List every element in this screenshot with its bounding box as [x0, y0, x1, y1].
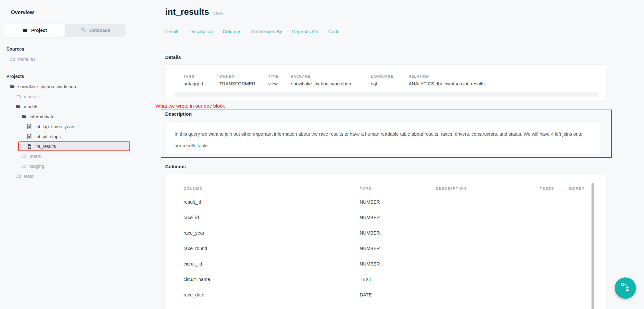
project-database-switcher: ProjectDatabase [4, 24, 126, 37]
materialization-badge: view [213, 10, 223, 16]
detail-field-label: LANGUAGE [371, 74, 409, 78]
sidebar: Overview ProjectDatabase Sources formula… [0, 0, 165, 309]
details-card: TAGSuntaggedOWNERTRANSFORMERTYPEviewPACK… [165, 64, 606, 101]
tree-item-label: intermediate [30, 114, 54, 119]
annotation-red-box: Description In this query we want to joi… [161, 110, 612, 158]
lineage-icon [620, 283, 630, 294]
column-name-cell: race_time [184, 308, 360, 309]
detail-field-language: LANGUAGEsql [371, 74, 409, 86]
column-name-cell: race_date [184, 292, 360, 297]
column-row-circuit-name[interactable]: circuit_nameTEXT [184, 272, 606, 287]
doc-icon [27, 124, 33, 129]
folder-open-icon [22, 27, 28, 33]
tree-item-models[interactable]: models [0, 101, 165, 111]
table-scrollbar-thumb[interactable] [592, 183, 594, 309]
source-item-formula1[interactable]: formula1 [0, 54, 165, 64]
column-type-cell: NUMBER [360, 261, 436, 266]
tree-item-label: macros [24, 94, 39, 99]
tree-item-label: tests [24, 174, 33, 179]
tree-item-label: int_lap_times_years [35, 124, 76, 129]
columns-table-header: COLUMNTYPEDESCRIPTIONTESTSMORE? [184, 186, 606, 191]
detail-field-value: view [268, 81, 291, 86]
detail-field-label: TYPE [268, 74, 291, 78]
tree-icon [80, 27, 86, 33]
column-row-result-id[interactable]: result_idNUMBER [184, 194, 606, 210]
column-row-race-year[interactable]: race_yearNUMBER [184, 225, 606, 241]
description-heading: Description [165, 111, 606, 117]
detail-field-value: sql [371, 81, 409, 86]
folder-icon [15, 173, 21, 179]
details-footer-strip [175, 92, 598, 97]
view-tab-label: Database [90, 28, 110, 33]
tree-item-label: marts [30, 154, 41, 159]
column-header-type: TYPE [360, 187, 436, 190]
column-name-cell: circuit_name [184, 277, 360, 282]
view-tab-database[interactable]: Database [65, 24, 126, 37]
tree-item-int-pit-stops[interactable]: int_pit_stops [0, 131, 165, 141]
columns-table-body: result_idNUMBERrace_idNUMBERrace_yearNUM… [184, 194, 606, 309]
column-name-cell: race_round [184, 246, 360, 251]
details-heading: Details [165, 54, 606, 60]
column-name-cell: race_id [184, 215, 360, 220]
detail-field-value: ANALYTICS.dbt_hwatson.int_results [409, 81, 606, 86]
column-row-circuit-id[interactable]: circuit_idNUMBER [184, 256, 606, 272]
column-header-description: DESCRIPTION [436, 187, 540, 190]
detail-field-package: PACKAGEsnowflake_python_workshop [291, 74, 371, 86]
view-tab-label: Project [31, 28, 47, 33]
column-row-race-round[interactable]: race_roundNUMBER [184, 241, 606, 256]
tree-item-staging[interactable]: staging [0, 161, 165, 171]
tree-item-label: staging [30, 164, 44, 169]
description-card: In this query we want to join out other … [165, 121, 600, 154]
tree-item-marts[interactable]: marts [0, 151, 165, 161]
overview-heading: Overview [11, 10, 165, 15]
detail-field-label: RELATION [409, 74, 606, 78]
detail-field-owner: OWNERTRANSFORMER [219, 74, 268, 86]
detail-field-tags: TAGSuntagged [184, 74, 219, 86]
tree-item-tests[interactable]: tests [0, 171, 165, 181]
tree-item-int-lap-times-years[interactable]: int_lap_times_years [0, 121, 165, 131]
column-type-cell: NUMBER [360, 230, 436, 236]
sources-list: formula1 [0, 54, 165, 64]
title-row: int_results view [165, 6, 606, 19]
tree-item-snowflake-python-workshop[interactable]: snowflake_python_workshop [0, 82, 165, 92]
column-row-race-time[interactable]: race_timeTIME [184, 303, 606, 309]
folder-icon [10, 56, 15, 62]
tree-item-int-results[interactable]: int_results [18, 141, 130, 151]
column-type-cell: DATE [360, 292, 436, 297]
detail-field-value: untagged [184, 81, 219, 86]
column-row-race-id[interactable]: race_idNUMBER [184, 210, 606, 225]
projects-header: Projects [6, 74, 165, 79]
doc-icon [27, 134, 33, 139]
columns-card: COLUMNTYPEDESCRIPTIONTESTSMORE? result_i… [165, 174, 606, 309]
source-item-label: formula1 [18, 57, 35, 62]
folder-icon [21, 163, 27, 169]
tree-item-macros[interactable]: macros [0, 92, 165, 101]
detail-field-value: TRANSFORMER [219, 81, 268, 86]
detail-field-relation: RELATIONANALYTICS.dbt_hwatson.int_result… [409, 74, 606, 86]
column-type-cell: NUMBER [360, 199, 436, 205]
view-tab-project[interactable]: Project [4, 24, 65, 37]
detail-field-value: snowflake_python_workshop [291, 81, 371, 86]
nav-tab-referenced-by[interactable]: Referenced By [251, 29, 282, 34]
nav-tab-description[interactable]: Description [189, 29, 213, 34]
folder-icon [21, 153, 27, 159]
columns-heading: Columns [165, 164, 606, 169]
header-divider [165, 41, 606, 41]
folder-open-icon [21, 114, 27, 119]
column-name-cell: result_id [184, 199, 360, 205]
annotation-text: What we wrote in our doc block [156, 103, 606, 109]
column-name-cell: race_year [184, 230, 360, 236]
nav-tab-details[interactable]: Details [165, 29, 179, 34]
column-header-more: MORE? [569, 187, 606, 190]
tree-item-intermediate[interactable]: intermediate [0, 111, 165, 121]
nav-tab-columns[interactable]: Columns [223, 29, 241, 34]
column-row-race-date[interactable]: race_dateDATE [184, 287, 606, 303]
lineage-graph-button[interactable] [615, 277, 636, 299]
details-fields: TAGSuntaggedOWNERTRANSFORMERTYPEviewPACK… [184, 74, 606, 86]
column-type-cell: NUMBER [360, 246, 436, 251]
nav-tab-code[interactable]: Code [328, 29, 339, 34]
folder-open-icon [10, 84, 15, 89]
column-type-cell: NUMBER [360, 215, 436, 220]
nav-tab-depends-on[interactable]: Depends On [292, 29, 318, 34]
description-body: In this query we want to join out other … [175, 131, 582, 148]
